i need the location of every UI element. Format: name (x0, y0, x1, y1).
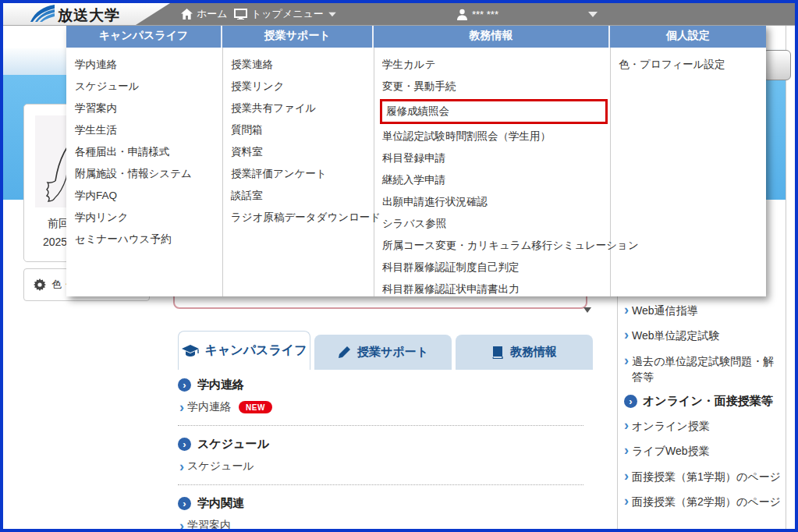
sidebar-link-label: ライブWeb授業 (632, 443, 710, 459)
menu-item[interactable]: シラバス参照 (374, 213, 610, 235)
sidebar-link-label: 過去の単位認定試験問題・解答等 (632, 353, 785, 385)
menu-item[interactable]: 変更・異動手続 (374, 76, 610, 98)
menu-column-personal-settings: 色・プロフィール設定 (610, 48, 766, 296)
mega-menu-panel: キャンパスライフ 授業サポート 教務情報 個人設定 学内連絡 スケジュール 学習… (66, 24, 766, 296)
sidebar-link-label: Web通信指導 (632, 303, 698, 318)
sidebar-link[interactable]: › オンライン授業 (624, 418, 785, 434)
graduation-cap-icon (182, 345, 199, 357)
user-menu-item[interactable]: *** *** (456, 3, 498, 25)
menu-item[interactable]: 学習案内 (66, 98, 222, 119)
menu-item[interactable]: 所属コース変更・カリキュラム移行シミュレーション (374, 235, 610, 257)
content-link-label: 学内連絡 (187, 400, 231, 414)
sidebar-heading-label: オンライン・面接授業等 (643, 394, 773, 409)
sidebar-divider (617, 296, 618, 529)
sidebar-link-label: 面接授業（第1学期）のページ (632, 469, 781, 484)
menu-column-campus-life: 学内連絡 スケジュール 学習案内 学生生活 各種届出・申請様式 附属施設・情報シ… (66, 48, 222, 296)
sidebar-link[interactable]: › ライブWeb授業 (624, 443, 785, 459)
top-bar: 放送大学 ホーム トップメニュー *** *** (3, 3, 795, 26)
menu-item[interactable]: 資料室 (222, 141, 374, 163)
logo-text: 放送大学 (58, 5, 120, 26)
menu-item[interactable]: 継続入学申請 (374, 169, 610, 191)
menu-item[interactable]: 科目登録申請 (374, 147, 610, 169)
chevron-down-icon (328, 12, 336, 16)
content-link[interactable]: › スケジュール (179, 459, 593, 473)
menu-item[interactable]: 学生カルテ (374, 54, 610, 76)
chevron-right-icon: › (624, 443, 629, 459)
sidebar-heading: › オンライン・面接授業等 (624, 394, 785, 409)
section-heading: › スケジュール (178, 437, 593, 452)
menu-item[interactable]: 科目群履修認証制度自己判定 (374, 257, 610, 278)
content-link[interactable]: › 学習案内 (179, 519, 593, 532)
sidebar-link[interactable]: › 過去の単位認定試験問題・解答等 (624, 353, 785, 385)
menu-item[interactable]: 学内リンク (66, 207, 222, 229)
collapsed-side-button[interactable] (763, 50, 791, 80)
circle-arrow-icon: › (178, 497, 191, 510)
sidebar-link[interactable]: › Web通信指導 (624, 303, 785, 318)
circle-arrow-icon: › (178, 438, 191, 451)
content-link-label: スケジュール (187, 459, 254, 473)
sidebar-link[interactable]: › 面接授業（第1学期）のページ (624, 469, 785, 484)
chevron-right-icon: › (624, 328, 629, 343)
new-badge: NEW (239, 401, 272, 413)
section-heading: › 学内連絡 (178, 378, 593, 392)
top-menu-item[interactable]: トップメニュー (234, 3, 337, 25)
menu-header-personal-settings[interactable]: 個人設定 (610, 24, 766, 48)
user-dropdown-toggle[interactable] (588, 3, 598, 25)
menu-column-academic-info: 学生カルテ 変更・異動手続 履修成績照会 単位認定試験時間割照会（学生用） 科目… (374, 48, 610, 296)
tab-label: 授業サポート (357, 345, 428, 360)
tab-academic-info[interactable]: 教務情報 (456, 335, 593, 370)
top-menu-label: トップメニュー (251, 7, 324, 21)
chevron-right-icon: › (179, 459, 184, 473)
menu-item[interactable]: 学生生活 (66, 119, 222, 141)
content-link[interactable]: › 学内連絡 NEW (179, 400, 593, 414)
menu-item[interactable]: ラジオ原稿データダウンロード (222, 207, 374, 229)
menu-item[interactable]: 授業評価アンケート (222, 163, 374, 185)
chevron-right-icon: › (624, 303, 629, 318)
sidebar-link[interactable]: › Web単位認定試験 (624, 328, 785, 343)
chevron-right-icon: › (624, 418, 629, 434)
menu-item[interactable]: 学内連絡 (66, 54, 222, 76)
menu-header-campus-life[interactable]: キャンパスライフ (66, 24, 222, 48)
chevron-right-icon: › (624, 353, 629, 385)
menu-item[interactable]: セミナーハウス予約 (66, 229, 222, 250)
content-link-label: 学習案内 (187, 519, 231, 532)
mega-menu-body: 学内連絡 スケジュール 学習案内 学生生活 各種届出・申請様式 附属施設・情報シ… (66, 48, 766, 296)
sidebar-link[interactable]: › 面接授業（第2学期）のページ (624, 494, 785, 509)
menu-item[interactable]: 色・プロフィール設定 (610, 54, 766, 76)
section-divider (178, 484, 583, 485)
logo-plate[interactable]: 放送大学 (3, 3, 170, 25)
menu-item[interactable]: 授業連絡 (222, 54, 374, 76)
tab-class-support[interactable]: 授業サポート (314, 335, 452, 370)
home-menu-item[interactable]: ホーム (181, 3, 228, 25)
menu-item-grades-inquiry[interactable]: 履修成績照会 (382, 101, 605, 122)
highlight-red-box: 履修成績照会 (380, 99, 608, 124)
chevron-right-icon: › (179, 519, 184, 532)
chevron-right-icon: › (179, 400, 184, 414)
section-divider (178, 425, 583, 426)
user-label: *** *** (472, 9, 498, 20)
menu-item[interactable]: 附属施設・情報システム (66, 163, 222, 185)
menu-item[interactable]: 各種届出・申請様式 (66, 141, 222, 163)
menu-column-class-support: 授業連絡 授業リンク 授業共有ファイル 質問箱 資料室 授業評価アンケート 談話… (222, 48, 374, 296)
home-icon (181, 9, 193, 20)
tab-label: 教務情報 (510, 345, 557, 360)
caret-down-icon[interactable] (583, 307, 591, 313)
book-icon (491, 346, 504, 359)
chevron-down-icon (588, 12, 598, 17)
menu-header-academic-info[interactable]: 教務情報 (374, 24, 610, 48)
menu-item[interactable]: 質問箱 (222, 119, 374, 141)
menu-item[interactable]: 授業リンク (222, 76, 374, 98)
menu-item[interactable]: 科目群履修認証状申請書出力 (374, 278, 610, 300)
section-heading-label: 学内関連 (197, 496, 244, 511)
sidebar-link-label: Web単位認定試験 (632, 328, 720, 343)
section-heading: › 学内関連 (178, 496, 593, 511)
menu-item[interactable]: 出願申請進行状況確認 (374, 191, 610, 213)
menu-header-class-support[interactable]: 授業サポート (222, 24, 374, 48)
tab-campus-life[interactable]: キャンパスライフ (178, 331, 310, 370)
menu-item[interactable]: 単位認定試験時間割照会（学生用） (374, 126, 610, 147)
menu-item[interactable]: 談話室 (222, 185, 374, 207)
menu-item[interactable]: スケジュール (66, 76, 222, 98)
menu-item[interactable]: 学内FAQ (66, 185, 222, 207)
section-heading-label: 学内連絡 (197, 378, 244, 392)
menu-item[interactable]: 授業共有ファイル (222, 98, 374, 119)
